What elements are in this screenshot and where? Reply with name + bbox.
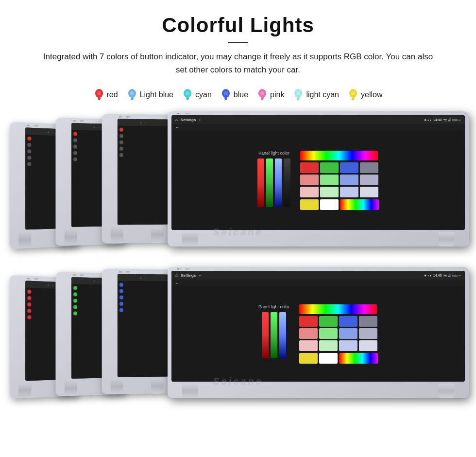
icon-vol-2-1	[27, 309, 31, 313]
icon-3-2-3	[119, 296, 123, 299]
icon-5-2-2	[73, 312, 77, 316]
cell-yellow	[300, 199, 319, 210]
stand-right-3	[151, 227, 164, 243]
stands-2-3	[102, 377, 172, 394]
panel-label-2: Panel light color	[258, 304, 289, 309]
icon-5-2-3	[119, 308, 123, 312]
screen-topbar-3: ⌂ ←	[118, 119, 169, 126]
red-bulb-icon	[94, 88, 104, 102]
bar-green-2	[271, 312, 277, 358]
topbar-left-2: ⌂ Settings ✦	[175, 273, 201, 278]
cell-green	[320, 162, 339, 173]
cell-yellow-2	[299, 353, 318, 364]
device-unit-3: MICRST ⌂ ←	[102, 114, 172, 244]
cell-pink-2	[299, 328, 318, 339]
main-top-labels-2: MICRST	[177, 268, 189, 270]
svg-point-27	[351, 91, 355, 95]
icon-mute-2	[73, 158, 77, 161]
svg-rect-25	[352, 97, 355, 99]
icon-back-2	[73, 145, 77, 149]
color-item-red: red	[94, 88, 118, 102]
cell-lightgray	[360, 175, 378, 185]
svg-rect-17	[261, 97, 264, 99]
svg-point-15	[224, 91, 228, 95]
icon-power-2-1	[27, 290, 31, 294]
device-cluster-1: MICRST ⌂ ←	[0, 111, 476, 262]
svg-point-7	[130, 91, 134, 95]
page-header: Colorful Lights Integrated with 7 colors…	[0, 0, 476, 88]
panel-left-2: Panel light color	[258, 304, 289, 358]
cell-lavender	[360, 187, 378, 197]
main-screen-1: ⌂ Settings ✦ ✱ ♦ ▾ 14:40 📷 🔊 ⊡ ⊟ ↩ ←	[171, 115, 465, 230]
top-labels-1: MICRST	[27, 124, 38, 127]
time-1: 14:40	[433, 118, 442, 122]
color-item-blue: blue	[221, 88, 248, 102]
bar-green-1	[266, 158, 273, 207]
description-text: Integrated with 7 colors of button indic…	[39, 50, 437, 76]
icon-mute-3	[119, 153, 123, 157]
cell-lavender-2	[359, 340, 377, 351]
color-label-yellow: yellow	[361, 90, 382, 99]
color-label-red: red	[107, 90, 118, 99]
svg-rect-10	[187, 99, 189, 100]
main-stand-right-1	[439, 232, 454, 246]
device-unit-2-3: MICRST ⌂ ←	[102, 269, 172, 395]
icon-4-2-3	[119, 302, 123, 306]
main-area-2-3	[125, 281, 169, 377]
icon-back-3	[119, 141, 123, 144]
color-item-pink: pink	[257, 88, 284, 102]
icon-back-2-1	[27, 302, 31, 306]
panel-ui-1: Panel light color	[257, 151, 379, 210]
yellow-bulb-icon	[348, 88, 358, 102]
main-top-labels: MICRST	[177, 112, 189, 115]
bar-red-2	[262, 312, 269, 358]
panel-right-2	[299, 304, 378, 364]
color-label-lightcyan: light cyan	[306, 90, 339, 99]
icon-mute-2-1	[27, 316, 31, 319]
bottom-row-2	[299, 353, 378, 364]
cell-gray	[360, 162, 378, 173]
content-area-2: Panel light color	[171, 286, 465, 382]
stand-left-2-3	[111, 379, 123, 394]
cell-white-2	[319, 353, 338, 364]
icon-back-1	[27, 149, 31, 153]
cell-mint	[320, 187, 339, 197]
panel-left-1: Panel light color	[257, 151, 290, 207]
top-labels-2-2: MICRST	[73, 274, 84, 277]
icon-power-2	[73, 132, 77, 136]
svg-rect-18	[261, 99, 264, 100]
icon-home-2	[73, 139, 77, 142]
screen-2-3: ⌂ ←	[118, 274, 169, 377]
stand-left-2-1	[18, 383, 31, 398]
svg-rect-6	[131, 99, 133, 100]
back-row-1: ←	[171, 124, 465, 131]
main-stand-left-2	[182, 384, 198, 398]
svg-rect-14	[224, 99, 227, 100]
panel-label-1: Panel light color	[258, 151, 289, 156]
title-divider	[228, 42, 248, 43]
left-sidebar-2	[71, 130, 79, 227]
main-stands-1	[168, 230, 469, 246]
content-area-1: Panel light color	[171, 131, 465, 230]
color-label-pink: pink	[270, 90, 284, 99]
icon-home-3	[119, 134, 123, 138]
topbar-right-1: ✱ ♦ ▾ 14:40 📷 🔊 ⊡ ⊟ ↩	[424, 118, 461, 122]
stand-left-3	[111, 227, 123, 244]
color-item-yellow: yellow	[348, 88, 382, 102]
main-stand-right-2	[439, 384, 454, 398]
lightcyan-bulb-icon	[293, 88, 304, 102]
cell-pink	[300, 175, 319, 185]
color-grid-1	[300, 162, 379, 197]
icon-home-1	[27, 143, 31, 147]
icon-vol-2	[73, 151, 77, 155]
cell-blue-2	[339, 316, 357, 327]
svg-point-19	[260, 91, 264, 95]
color-indicators-row: red Light blue cyan blue	[0, 88, 476, 102]
bar-blue-2	[279, 312, 286, 358]
svg-point-11	[186, 91, 189, 95]
time-2: 14:40	[433, 274, 442, 277]
main-area-3	[125, 126, 169, 225]
screen-body-2-3	[118, 281, 169, 377]
icon-3-2-2	[73, 299, 77, 303]
bar-red-1	[257, 158, 264, 207]
